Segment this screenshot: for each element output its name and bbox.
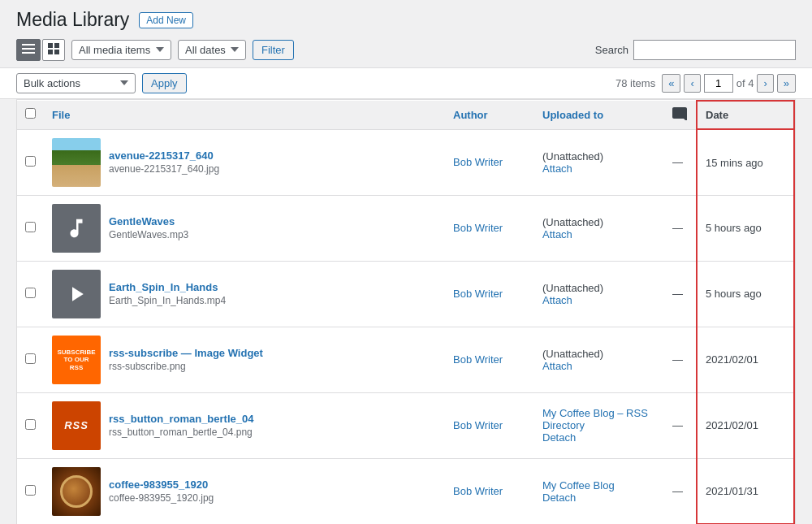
svg-rect-0: [22, 44, 35, 45]
author-cell: Bob Writer: [445, 327, 534, 392]
unattached-label: (Unattached): [542, 282, 603, 294]
file-name-link[interactable]: GentleWaves: [109, 215, 175, 227]
date-cell: 5 hours ago: [697, 195, 794, 261]
search-label: Search: [595, 44, 628, 56]
add-new-button[interactable]: Add New: [139, 12, 193, 28]
date-cell: 5 hours ago: [697, 261, 794, 327]
comment-cell: —: [664, 392, 697, 458]
attach-link[interactable]: Attach: [542, 294, 656, 306]
date-value: 5 hours ago: [706, 222, 762, 234]
comment-dash: —: [672, 419, 683, 431]
items-count: 78 items: [615, 77, 655, 89]
file-cell: coffee-983955_1920 coffee-983955_1920.jp…: [44, 458, 445, 524]
comment-dash: —: [672, 485, 683, 497]
file-name-link[interactable]: coffee-983955_1920: [109, 479, 208, 491]
uploaded-to-cell: (Unattached)Attach: [534, 327, 664, 392]
uploaded-to-cell: (Unattached)Attach: [534, 261, 664, 327]
file-cell: RSS rss_button_roman_bertle_04 rss_butto…: [44, 392, 445, 458]
filter-button[interactable]: Filter: [253, 40, 294, 60]
file-name-link[interactable]: avenue-2215317_640: [109, 149, 214, 162]
svg-rect-6: [54, 50, 59, 54]
uploaded-to-cell: My Coffee Blog – RSS DirectoryDetach: [534, 392, 664, 458]
row-checkbox[interactable]: [25, 419, 36, 430]
date-value: 15 mins ago: [706, 157, 763, 169]
author-cell: Bob Writer: [445, 195, 534, 261]
bulk-actions-select[interactable]: Bulk actions Delete permanently: [16, 73, 136, 93]
table-row: RSS rss_button_roman_bertle_04 rss_butto…: [17, 392, 794, 458]
author-link[interactable]: Bob Writer: [453, 485, 503, 497]
list-view-button[interactable]: [16, 39, 41, 61]
first-page-button[interactable]: «: [662, 74, 680, 93]
apply-button[interactable]: Apply: [142, 73, 187, 93]
comment-cell: —: [664, 327, 697, 392]
unattached-label: (Unattached): [542, 348, 603, 360]
search-input[interactable]: [633, 40, 796, 60]
row-checkbox[interactable]: [25, 353, 36, 364]
author-cell: Bob Writer: [445, 392, 534, 458]
file-filename: rss-subscribe.png: [109, 361, 263, 372]
author-cell: Bob Writer: [445, 261, 534, 327]
table-row: SUBSCRIBETO OURRSS rss-subscribe — Image…: [17, 327, 794, 392]
row-checkbox-cell[interactable]: [17, 195, 44, 261]
comment-dash: —: [672, 156, 683, 168]
unattached-label: (Unattached): [542, 150, 603, 162]
row-checkbox[interactable]: [25, 156, 36, 167]
row-checkbox-cell[interactable]: [17, 392, 44, 458]
file-cell: avenue-2215317_640 avenue-2215317_640.jp…: [44, 129, 445, 195]
date-value: 2021/02/01: [706, 419, 758, 431]
grid-view-button[interactable]: [42, 39, 65, 61]
unattached-label: (Unattached): [542, 216, 603, 228]
date-column-header: Date: [697, 101, 794, 130]
date-value: 2021/02/01: [706, 353, 758, 366]
comment-dash: —: [672, 288, 683, 300]
file-cell: Earth_Spin_In_Hands Earth_Spin_In_Hands.…: [44, 261, 445, 327]
row-checkbox-cell[interactable]: [17, 458, 44, 524]
detach-link[interactable]: Detach: [542, 492, 656, 504]
last-page-button[interactable]: »: [777, 74, 796, 93]
page-number-input[interactable]: [704, 74, 733, 93]
uploaded-to-link[interactable]: My Coffee Blog – RSS Directory: [542, 407, 648, 431]
file-name-link[interactable]: rss_button_roman_bertle_04: [109, 413, 253, 425]
row-checkbox[interactable]: [25, 288, 36, 298]
author-link[interactable]: Bob Writer: [453, 222, 503, 234]
uploaded-to-column-header[interactable]: Uploaded to: [534, 101, 664, 130]
date-value: 2021/01/31: [706, 485, 758, 497]
select-all-checkbox[interactable]: [25, 108, 36, 119]
uploaded-to-cell: (Unattached)Attach: [534, 195, 664, 261]
pagination: 78 items « ‹ of 4 › »: [615, 74, 796, 93]
row-checkbox-cell[interactable]: [17, 261, 44, 327]
author-link[interactable]: Bob Writer: [453, 288, 503, 300]
attach-link[interactable]: Attach: [542, 162, 656, 175]
author-column-header[interactable]: Author: [445, 101, 534, 130]
date-cell: 2021/01/31: [697, 458, 794, 524]
file-column-header[interactable]: File: [44, 101, 445, 130]
svg-rect-2: [22, 52, 35, 54]
comment-column-header: [664, 101, 697, 130]
row-checkbox[interactable]: [25, 485, 36, 496]
table-row: Earth_Spin_In_Hands Earth_Spin_In_Hands.…: [17, 261, 794, 327]
date-cell: 15 mins ago: [697, 129, 794, 195]
page-of-label: of 4: [736, 77, 754, 89]
row-checkbox[interactable]: [25, 222, 36, 232]
file-name-link[interactable]: Earth_Spin_In_Hands: [109, 281, 218, 293]
next-page-button[interactable]: ›: [757, 74, 773, 93]
attach-link[interactable]: Attach: [542, 228, 656, 240]
row-checkbox-cell[interactable]: [17, 327, 44, 392]
author-link[interactable]: Bob Writer: [453, 353, 503, 366]
media-type-filter[interactable]: All media items Images Audio Video Docum…: [71, 40, 171, 60]
uploaded-to-link[interactable]: My Coffee Blog: [542, 479, 615, 492]
svg-rect-4: [54, 43, 59, 48]
table-row: avenue-2215317_640 avenue-2215317_640.jp…: [17, 129, 794, 195]
row-checkbox-cell[interactable]: [17, 129, 44, 195]
author-link[interactable]: Bob Writer: [453, 419, 503, 431]
author-cell: Bob Writer: [445, 458, 534, 524]
author-link[interactable]: Bob Writer: [453, 156, 503, 168]
file-name-link[interactable]: rss-subscribe — Image Widget: [109, 347, 263, 359]
prev-page-button[interactable]: ‹: [684, 74, 700, 93]
attach-link[interactable]: Attach: [542, 360, 656, 372]
svg-rect-1: [22, 48, 35, 50]
svg-rect-5: [48, 50, 53, 54]
comment-cell: —: [664, 458, 697, 524]
date-filter[interactable]: All dates 2021/02 2021/01: [178, 40, 246, 60]
detach-link[interactable]: Detach: [542, 431, 656, 444]
